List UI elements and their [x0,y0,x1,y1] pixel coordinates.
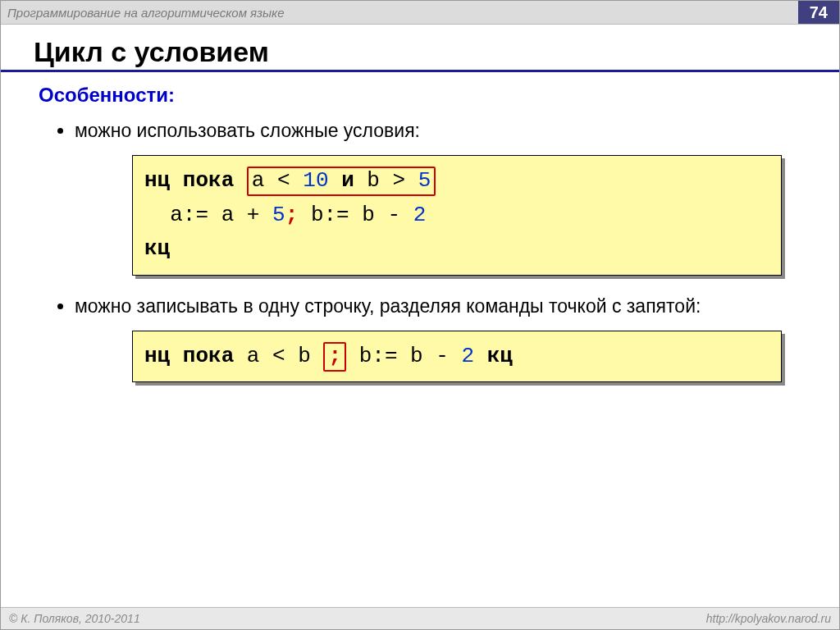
body-2-num: 2 [462,344,475,368]
kw-nc: нц [144,168,170,193]
body-2: 2 [413,203,427,227]
cond-a: a [252,168,265,193]
cond-and: и [341,168,354,193]
body-semi: ; [285,203,299,227]
code-block-2: нц пока a < b ; b:= b - 2 кц [132,331,782,383]
kw-while-2: пока [183,344,234,368]
cond-10: 10 [303,168,328,193]
code-block-1: нц пока a < 10 и b > 5 a:= a + 5; b:= b … [132,155,782,276]
cond-lt: < [277,168,290,193]
content-area: Цикл с условием Особенности: можно испол… [1,25,839,382]
body-5: 5 [272,203,285,227]
kw-while: пока [183,168,234,193]
body-a: a:= a + [170,203,259,227]
footer-bar: © К. Поляков, 2010-2011 http://kpolyakov… [1,607,839,629]
body-2: b:= b - [359,344,449,368]
kw-nc-2: нц [144,344,170,368]
bullet-2: можно записывать в одну строчку, разделя… [75,294,815,319]
kw-kc-2: кц [487,344,513,368]
section-label: Особенности: [39,84,815,107]
condition-highlight: a < 10 и b > 5 [247,167,436,196]
course-title: Программирование на алгоритмическом язык… [7,6,285,20]
feature-list: можно использовать сложные условия: [75,118,815,144]
page-number: 74 [798,1,839,24]
header-bar: Программирование на алгоритмическом язык… [1,1,839,25]
title-underline [1,70,839,72]
cond-b: b [367,168,380,193]
feature-list-2: можно записывать в одну строчку, разделя… [75,294,815,319]
cond-2: a < b [247,344,311,368]
cond-gt: > [393,168,406,193]
bullet-1: можно использовать сложные условия: [75,118,815,144]
cond-5: 5 [418,168,431,193]
semi-highlight: ; [323,342,346,372]
kw-kc: кц [144,236,170,261]
copyright: © К. Поляков, 2010-2011 [9,612,140,625]
slide-title: Цикл с условием [34,36,815,68]
body-b: b:= b - [311,203,400,227]
footer-url: http://kpolyakov.narod.ru [706,612,831,625]
slide: Программирование на алгоритмическом язык… [0,0,840,630]
